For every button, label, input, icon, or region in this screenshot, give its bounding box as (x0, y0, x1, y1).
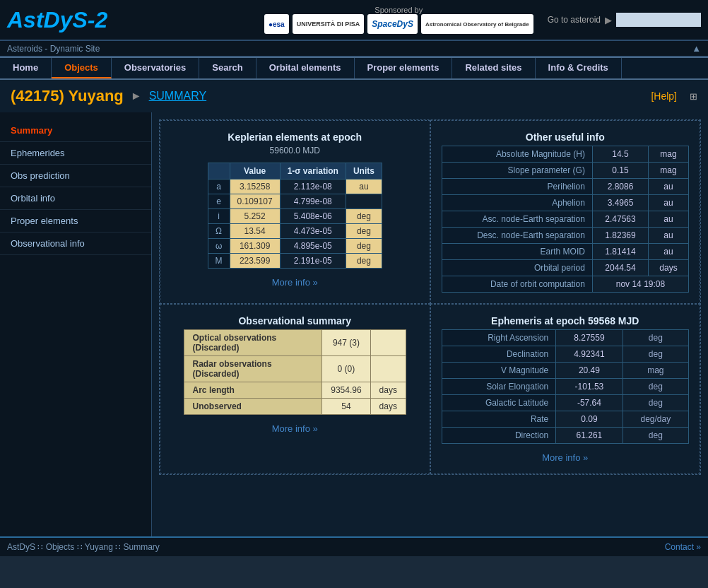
info-value: 1.82369 (592, 228, 648, 244)
summary-link[interactable]: SUMMARY (149, 90, 207, 102)
obs-label: Optical observations (Discarded) (184, 330, 322, 356)
row-sigma: 4.473e-05 (280, 224, 346, 239)
nav-orbital-elements[interactable]: Orbital elements (256, 58, 355, 78)
observational-title: Observational summary (171, 315, 419, 327)
ephem-unit: deg (623, 379, 688, 395)
spacedys-logo: SpaceDyS (367, 14, 418, 34)
row-label: a (208, 180, 230, 194)
obs-unit: days (370, 382, 406, 399)
esa-logo: ●esa (264, 14, 289, 34)
row-value: 161.309 (230, 239, 280, 254)
info-value: 2.47563 (592, 211, 648, 228)
row-sigma: 2.113e-08 (280, 180, 346, 194)
sponsor-logos: ●esa UNIVERSITÀ DI PISA SpaceDyS Astrono… (264, 14, 533, 34)
nav-objects[interactable]: Objects (52, 58, 112, 78)
table-row: Date of orbit computation nov 14 19:08 (442, 276, 689, 293)
row-label: M (208, 254, 230, 269)
info-value: 1.81414 (592, 244, 648, 260)
nav-observatories[interactable]: Observatories (112, 58, 199, 78)
observational-more-info-link[interactable]: More info » (272, 423, 318, 434)
sidebar-item-summary[interactable]: Summary (0, 119, 151, 142)
ephem-label: V Magnitude (442, 363, 556, 379)
ephemeris-title: Ephemeris at epoch 59568 MJD (442, 315, 690, 327)
nav-info-credits[interactable]: Info & Credits (536, 58, 622, 78)
table-row: ω 161.309 4.895e-05 deg (208, 239, 382, 254)
row-sigma: 4.799e-08 (280, 194, 346, 209)
table-row: Galactic Latitude -57.64 deg (442, 395, 689, 411)
obs-label: Unobserved (184, 399, 322, 415)
info-unit: au (649, 195, 689, 211)
table-row: Direction 61.261 deg (442, 428, 689, 444)
ephem-unit: deg/day (623, 411, 688, 428)
table-row: M 223.599 2.191e-05 deg (208, 254, 382, 269)
sidebar-item-obs-prediction[interactable]: Obs prediction (0, 165, 151, 187)
info-label: Date of orbit computation (442, 276, 592, 293)
contact-link[interactable]: Contact » (665, 542, 701, 552)
breadcrumb: AstDyS ∷ Objects ∷ Yuyang ∷ Summary (7, 542, 160, 552)
col-sigma: 1-σ variation (280, 163, 346, 180)
ephemeris-more-info: More info » (442, 452, 690, 463)
ephem-value: 20.49 (556, 363, 623, 379)
expand-icon[interactable]: ⊞ (690, 91, 697, 102)
goto-input[interactable] (616, 13, 701, 27)
nav-related-sites[interactable]: Related sites (452, 58, 535, 78)
observational-panel: Observational summary Optical observatio… (160, 304, 430, 474)
ephem-value: 4.92341 (556, 346, 623, 363)
obs-value: 54 (322, 399, 370, 415)
astro-logo: Astronomical Observatory of Belgrade (421, 14, 533, 34)
nav-proper-elements[interactable]: Proper elements (355, 58, 453, 78)
ephem-value: -57.64 (556, 395, 623, 411)
info-label: Perihelion (442, 179, 592, 195)
info-unit: au (649, 211, 689, 228)
other-info-table: Absolute Magnitude (H) 14.5 mag Slope pa… (442, 146, 690, 293)
table-row: Radar observations (Discarded) 0 (0) (184, 356, 406, 382)
ephem-value: 8.27559 (556, 330, 623, 346)
sidebar-item-orbital-info[interactable]: Orbital info (0, 187, 151, 210)
row-label: i (208, 209, 230, 224)
table-row: e 0.109107 4.799e-08 (208, 194, 382, 209)
table-row: a 3.15258 2.113e-08 au (208, 180, 382, 194)
table-row: Right Ascension 8.27559 deg (442, 330, 689, 346)
ephem-label: Direction (442, 428, 556, 444)
ephem-value: 0.09 (556, 411, 623, 428)
ephem-value: -101.53 (556, 379, 623, 395)
top-arrow-icon[interactable]: ▲ (692, 43, 701, 54)
keplerian-more-info-link[interactable]: More info » (272, 277, 318, 288)
ephemeris-more-info-link[interactable]: More info » (542, 452, 588, 463)
other-info-title: Other useful info (442, 131, 690, 143)
title-arrow-icon: ► (131, 90, 142, 102)
navbar: Home Objects Observatories Search Orbita… (0, 57, 708, 80)
sidebar-item-observational-info[interactable]: Observational info (0, 233, 151, 255)
sponsored-text: Sponsored by (374, 6, 423, 14)
info-label: Absolute Magnitude (H) (442, 146, 592, 163)
sidebar-item-proper-elements[interactable]: Proper elements (0, 210, 151, 233)
row-value: 13.54 (230, 224, 280, 239)
table-row: Aphelion 3.4965 au (442, 195, 689, 211)
keplerian-panel: Keplerian elements at epoch 59600.0 MJD … (160, 120, 430, 304)
row-sigma: 4.895e-05 (280, 239, 346, 254)
page-title-bar: (42175) Yuyang ► SUMMARY [Help] ⊞ (0, 80, 708, 112)
info-label: Aphelion (442, 195, 592, 211)
info-value: 2044.54 (592, 260, 648, 276)
header: AstDyS-2 Sponsored by ●esa UNIVERSITÀ DI… (0, 0, 708, 41)
info-unit: au (649, 244, 689, 260)
ephem-label: Solar Elongation (442, 379, 556, 395)
ephem-unit: deg (623, 330, 688, 346)
info-label: Earth MOID (442, 244, 592, 260)
help-link[interactable]: [Help] (651, 90, 677, 102)
ephem-label: Galactic Latitude (442, 395, 556, 411)
sidebar-item-ephemerides[interactable]: Ephemerides (0, 142, 151, 165)
main: Summary Ephemerides Obs prediction Orbit… (0, 112, 708, 536)
obs-unit (370, 330, 406, 356)
table-row: V Magnitude 20.49 mag (442, 363, 689, 379)
info-unit: au (649, 179, 689, 195)
info-unit: mag (649, 163, 689, 179)
row-unit (346, 194, 382, 209)
site-name: Asteroids - Dynamic Site (7, 44, 100, 54)
ephem-unit: mag (623, 363, 688, 379)
table-row: Declination 4.92341 deg (442, 346, 689, 363)
keplerian-title: Keplerian elements at epoch (171, 131, 419, 143)
nav-search[interactable]: Search (199, 58, 256, 78)
goto-label: Go to asteroid (548, 15, 601, 25)
nav-home[interactable]: Home (0, 58, 52, 78)
